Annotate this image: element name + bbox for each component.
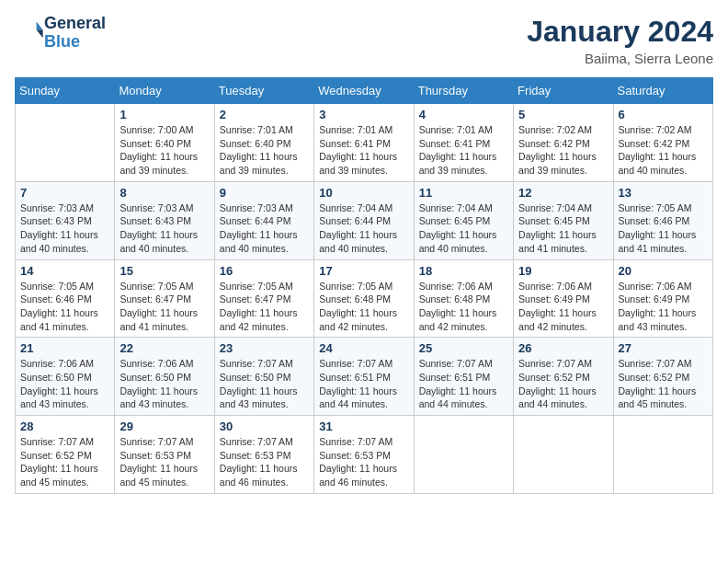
day-number: 13	[619, 186, 708, 200]
weekday-header-sunday: Sunday	[16, 78, 115, 104]
logo-line2: Blue	[44, 33, 106, 52]
day-info: Sunrise: 7:07 AMSunset: 6:52 PMDaylight:…	[20, 435, 109, 489]
weekday-header-row: SundayMondayTuesdayWednesdayThursdayFrid…	[16, 78, 713, 104]
calendar-cell: 15Sunrise: 7:05 AMSunset: 6:47 PMDayligh…	[115, 259, 214, 338]
day-info: Sunrise: 7:05 AMSunset: 6:47 PMDaylight:…	[119, 280, 209, 334]
day-number: 22	[119, 341, 209, 355]
calendar-cell: 31Sunrise: 7:07 AMSunset: 6:53 PMDayligh…	[314, 416, 414, 494]
day-info: Sunrise: 7:00 AMSunset: 6:40 PMDaylight:…	[119, 123, 209, 178]
day-info: Sunrise: 7:01 AMSunset: 6:40 PMDaylight:…	[220, 123, 309, 178]
calendar-week-row: 21Sunrise: 7:06 AMSunset: 6:50 PMDayligh…	[16, 338, 713, 416]
day-number: 3	[319, 108, 408, 121]
day-number: 4	[419, 108, 508, 121]
day-number: 14	[20, 264, 109, 278]
calendar-cell	[613, 416, 712, 494]
day-info: Sunrise: 7:01 AMSunset: 6:41 PMDaylight:…	[419, 123, 508, 178]
day-number: 11	[419, 186, 508, 200]
day-number: 10	[319, 186, 408, 200]
day-number: 26	[518, 341, 608, 355]
day-info: Sunrise: 7:04 AMSunset: 6:45 PMDaylight:…	[419, 201, 508, 256]
weekday-header-monday: Monday	[115, 78, 214, 104]
calendar-cell	[514, 416, 613, 494]
location-title: Baiima, Sierra Leone	[527, 51, 713, 66]
calendar-cell: 10Sunrise: 7:04 AMSunset: 6:44 PMDayligh…	[314, 181, 414, 259]
day-number: 31	[319, 419, 408, 433]
weekday-header-saturday: Saturday	[613, 78, 712, 104]
day-number: 29	[119, 419, 209, 433]
day-number: 2	[220, 108, 309, 121]
calendar-week-row: 28Sunrise: 7:07 AMSunset: 6:52 PMDayligh…	[16, 416, 713, 494]
svg-marker-0	[37, 21, 43, 29]
weekday-header-wednesday: Wednesday	[314, 78, 414, 104]
calendar-cell: 25Sunrise: 7:07 AMSunset: 6:51 PMDayligh…	[414, 338, 513, 416]
page-header: General Blue January 2024 Baiima, Sierra…	[15, 15, 713, 66]
day-number: 21	[20, 341, 109, 355]
calendar-cell: 4Sunrise: 7:01 AMSunset: 6:41 PMDaylight…	[414, 104, 513, 182]
day-number: 7	[20, 186, 109, 200]
day-info: Sunrise: 7:05 AMSunset: 6:46 PMDaylight:…	[619, 201, 708, 256]
day-number: 5	[518, 108, 608, 121]
day-info: Sunrise: 7:05 AMSunset: 6:46 PMDaylight:…	[20, 280, 109, 334]
calendar-cell: 17Sunrise: 7:05 AMSunset: 6:48 PMDayligh…	[314, 259, 414, 338]
calendar-cell: 21Sunrise: 7:06 AMSunset: 6:50 PMDayligh…	[16, 338, 115, 416]
day-number: 18	[419, 264, 508, 278]
day-info: Sunrise: 7:07 AMSunset: 6:51 PMDaylight:…	[319, 357, 408, 411]
svg-marker-1	[37, 29, 43, 37]
weekday-header-friday: Friday	[514, 78, 613, 104]
day-info: Sunrise: 7:02 AMSunset: 6:42 PMDaylight:…	[518, 123, 608, 178]
day-info: Sunrise: 7:07 AMSunset: 6:52 PMDaylight:…	[518, 357, 608, 411]
calendar-cell: 22Sunrise: 7:06 AMSunset: 6:50 PMDayligh…	[115, 338, 214, 416]
calendar-cell: 27Sunrise: 7:07 AMSunset: 6:52 PMDayligh…	[613, 338, 712, 416]
calendar-cell	[16, 104, 115, 182]
day-info: Sunrise: 7:06 AMSunset: 6:49 PMDaylight:…	[619, 280, 708, 334]
day-number: 6	[619, 108, 708, 121]
day-number: 24	[319, 341, 408, 355]
day-info: Sunrise: 7:07 AMSunset: 6:53 PMDaylight:…	[319, 435, 408, 489]
day-number: 16	[220, 264, 309, 278]
calendar-cell: 6Sunrise: 7:02 AMSunset: 6:42 PMDaylight…	[613, 104, 712, 182]
month-title: January 2024	[527, 15, 713, 49]
day-info: Sunrise: 7:07 AMSunset: 6:53 PMDaylight:…	[220, 435, 309, 489]
calendar-cell: 29Sunrise: 7:07 AMSunset: 6:53 PMDayligh…	[115, 416, 214, 494]
calendar-cell: 12Sunrise: 7:04 AMSunset: 6:45 PMDayligh…	[514, 181, 613, 259]
day-number: 9	[220, 186, 309, 200]
logo: General Blue	[15, 15, 106, 52]
day-number: 12	[518, 186, 608, 200]
calendar-cell: 14Sunrise: 7:05 AMSunset: 6:46 PMDayligh…	[16, 259, 115, 338]
weekday-header-thursday: Thursday	[414, 78, 513, 104]
day-number: 25	[419, 341, 508, 355]
day-info: Sunrise: 7:02 AMSunset: 6:42 PMDaylight:…	[619, 123, 708, 178]
calendar-week-row: 7Sunrise: 7:03 AMSunset: 6:43 PMDaylight…	[16, 181, 713, 259]
day-info: Sunrise: 7:03 AMSunset: 6:43 PMDaylight:…	[20, 201, 109, 256]
calendar-cell: 24Sunrise: 7:07 AMSunset: 6:51 PMDayligh…	[314, 338, 414, 416]
day-info: Sunrise: 7:04 AMSunset: 6:45 PMDaylight:…	[518, 201, 608, 256]
calendar-cell: 20Sunrise: 7:06 AMSunset: 6:49 PMDayligh…	[613, 259, 712, 338]
calendar-cell: 8Sunrise: 7:03 AMSunset: 6:43 PMDaylight…	[115, 181, 214, 259]
day-number: 15	[119, 264, 209, 278]
day-info: Sunrise: 7:03 AMSunset: 6:44 PMDaylight:…	[220, 201, 309, 256]
calendar-table: SundayMondayTuesdayWednesdayThursdayFrid…	[15, 77, 713, 494]
day-number: 8	[119, 186, 209, 200]
calendar-cell: 7Sunrise: 7:03 AMSunset: 6:43 PMDaylight…	[16, 181, 115, 259]
calendar-cell: 2Sunrise: 7:01 AMSunset: 6:40 PMDaylight…	[214, 104, 313, 182]
day-info: Sunrise: 7:07 AMSunset: 6:53 PMDaylight:…	[119, 435, 209, 489]
calendar-cell: 18Sunrise: 7:06 AMSunset: 6:48 PMDayligh…	[414, 259, 513, 338]
calendar-cell: 11Sunrise: 7:04 AMSunset: 6:45 PMDayligh…	[414, 181, 513, 259]
day-number: 17	[319, 264, 408, 278]
day-info: Sunrise: 7:07 AMSunset: 6:52 PMDaylight:…	[619, 357, 708, 411]
calendar-cell: 3Sunrise: 7:01 AMSunset: 6:41 PMDaylight…	[314, 104, 414, 182]
day-info: Sunrise: 7:01 AMSunset: 6:41 PMDaylight:…	[319, 123, 408, 178]
calendar-cell: 28Sunrise: 7:07 AMSunset: 6:52 PMDayligh…	[16, 416, 115, 494]
day-info: Sunrise: 7:05 AMSunset: 6:47 PMDaylight:…	[220, 280, 309, 334]
day-info: Sunrise: 7:03 AMSunset: 6:43 PMDaylight:…	[119, 201, 209, 256]
calendar-week-row: 1Sunrise: 7:00 AMSunset: 6:40 PMDaylight…	[16, 104, 713, 182]
day-number: 28	[20, 419, 109, 433]
logo-line1: General	[44, 15, 106, 33]
calendar-cell	[414, 416, 513, 494]
day-info: Sunrise: 7:06 AMSunset: 6:50 PMDaylight:…	[20, 357, 109, 411]
day-info: Sunrise: 7:07 AMSunset: 6:51 PMDaylight:…	[419, 357, 508, 411]
calendar-cell: 9Sunrise: 7:03 AMSunset: 6:44 PMDaylight…	[214, 181, 313, 259]
calendar-cell: 26Sunrise: 7:07 AMSunset: 6:52 PMDayligh…	[514, 338, 613, 416]
calendar-cell: 1Sunrise: 7:00 AMSunset: 6:40 PMDaylight…	[115, 104, 214, 182]
title-block: January 2024 Baiima, Sierra Leone	[527, 15, 713, 66]
